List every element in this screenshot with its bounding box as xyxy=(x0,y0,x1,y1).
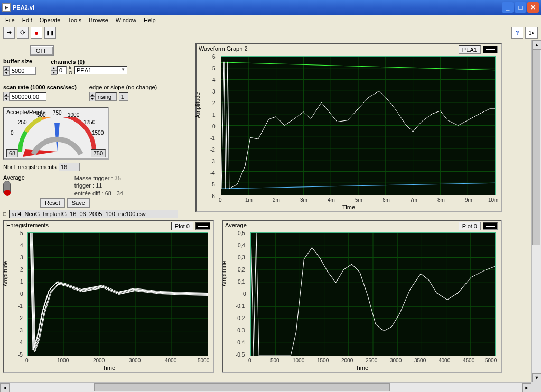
chart3-xlabel: Time xyxy=(356,365,368,371)
minimize-button[interactable]: _ xyxy=(502,2,514,13)
nbr-enreg-value: 16 xyxy=(59,163,80,171)
toolbar: ? 1▸ xyxy=(0,25,541,40)
abort-button[interactable] xyxy=(31,27,42,39)
gauge-needle-red xyxy=(23,149,57,157)
edge-select[interactable]: rising xyxy=(96,92,117,101)
menu-operate[interactable]: Operate xyxy=(36,16,64,24)
chart1-title: Waveform Graph 2 xyxy=(199,45,248,52)
resize-grip[interactable] xyxy=(531,382,541,392)
menu-tools[interactable]: Tools xyxy=(64,16,85,24)
scroll-up-button[interactable]: ▲ xyxy=(532,40,541,50)
menubar: File Edit Operate Tools Browse Window He… xyxy=(0,15,541,25)
chart1-ylabel: Amplitude xyxy=(194,92,201,118)
menu-edit[interactable]: Edit xyxy=(19,16,35,24)
chart1-xlabel: Time xyxy=(342,204,355,210)
chart3-legend-swatch[interactable] xyxy=(483,222,498,230)
edge-label: edge or slope (no change) xyxy=(89,84,157,90)
menu-file[interactable]: File xyxy=(2,16,18,24)
window-title: PEA2.vi xyxy=(13,4,502,11)
trigger-info: trigger : 11 xyxy=(74,182,123,189)
waveform-graph-2: Waveform Graph 2 PEA1 Amplitude Time 6 5… xyxy=(195,43,502,212)
scroll-right-button[interactable]: ► xyxy=(522,383,531,392)
edge-spinner[interactable]: ▲▼ xyxy=(89,92,96,101)
average-label: Average xyxy=(3,174,25,181)
window-titlebar: PEA2.vi _ □ ✕ xyxy=(0,0,541,15)
save-button[interactable]: Save xyxy=(67,198,90,208)
menu-browse[interactable]: Browse xyxy=(86,16,111,24)
average-chart: Average Plot 0 Amplitude Time 0,5 0,4 0,… xyxy=(222,220,502,373)
nbr-enreg-label: Nbr Enregistrements xyxy=(3,164,57,170)
accept-reject-gauge: Accepte/Rejete 0 250 500 750 1000 1250 1… xyxy=(3,107,109,160)
vertical-scrollbar[interactable]: ▲ ▼ xyxy=(531,40,541,382)
edge-value: 1 xyxy=(119,92,128,101)
menu-window[interactable]: Window xyxy=(113,16,139,24)
channels-index[interactable]: 0 xyxy=(57,66,67,74)
controls-panel: OFF buffer size ▲▼ 5000 channels (0) ▲▼ … xyxy=(3,45,188,218)
chart2-ylabel: Amplitude xyxy=(2,261,8,287)
scroll-down-button[interactable]: ▼ xyxy=(532,373,541,382)
scan-rate-spinner[interactable]: ▲▼ xyxy=(3,92,10,101)
chart2-legend-label[interactable]: Plot 0 xyxy=(171,222,193,230)
chart1-legend-label[interactable]: PEA1 xyxy=(459,45,481,54)
entree-diff-info: entrée diff : 68 - 34 xyxy=(74,190,123,197)
channels-index-spinner[interactable]: ▲▼ xyxy=(51,66,57,75)
context-help-button[interactable]: ? xyxy=(511,27,523,39)
off-button[interactable]: OFF xyxy=(30,45,54,56)
channels-label: channels (0) xyxy=(51,59,127,65)
chart3-title: Average xyxy=(225,222,247,228)
main-panel: OFF buffer size ▲▼ 5000 channels (0) ▲▼ … xyxy=(0,40,541,382)
context-menu-button[interactable]: 1▸ xyxy=(525,27,538,39)
horizontal-scrollbar[interactable]: ◄ ► xyxy=(0,382,531,392)
buffer-size-label: buffer size xyxy=(3,58,36,64)
scroll-left-button[interactable]: ◄ xyxy=(0,383,10,392)
run-button[interactable] xyxy=(3,27,15,39)
close-button[interactable]: ✕ xyxy=(527,2,539,13)
channels-select[interactable]: PEA1 xyxy=(74,66,127,74)
scan-rate-input[interactable]: 500000,00 xyxy=(10,92,46,101)
average-thermometer xyxy=(3,181,11,195)
gauge-value-left: 68 xyxy=(6,149,18,157)
scan-rate-label: scan rate (1000 scans/sec) xyxy=(3,84,77,90)
masse-trigger-info: Masse trigger : 35 xyxy=(74,174,123,182)
maximize-button[interactable]: □ xyxy=(515,2,526,13)
chart2-legend-swatch[interactable] xyxy=(195,222,210,230)
chart3-legend-label[interactable]: Plot 0 xyxy=(459,222,481,230)
chart3-ylabel: Amplitude xyxy=(221,261,227,287)
app-icon xyxy=(2,3,11,12)
chart2-title: Enregistrements xyxy=(6,222,49,228)
gauge-value-right: 750 xyxy=(91,149,106,157)
file-path-field[interactable]: rat4_NeoG_ImplantG_16_06_2005_100_inc100… xyxy=(9,210,178,218)
chart3-plot[interactable] xyxy=(250,232,496,356)
enregistrements-chart: Enregistrements Plot 0 Amplitude Time xyxy=(3,220,214,373)
menu-help[interactable]: Help xyxy=(141,16,159,24)
pause-button[interactable] xyxy=(44,27,56,39)
buffer-size-input[interactable]: 5000 xyxy=(10,67,36,75)
buffer-size-spinner[interactable]: ▲▼ xyxy=(3,66,10,76)
chart1-legend-swatch[interactable] xyxy=(483,46,498,53)
chart1-plot[interactable] xyxy=(221,56,496,195)
run-continuous-button[interactable] xyxy=(17,27,29,39)
chart2-plot[interactable] xyxy=(27,232,208,356)
reset-button[interactable]: Reset xyxy=(40,198,65,208)
chart2-xlabel: Time xyxy=(102,365,115,371)
